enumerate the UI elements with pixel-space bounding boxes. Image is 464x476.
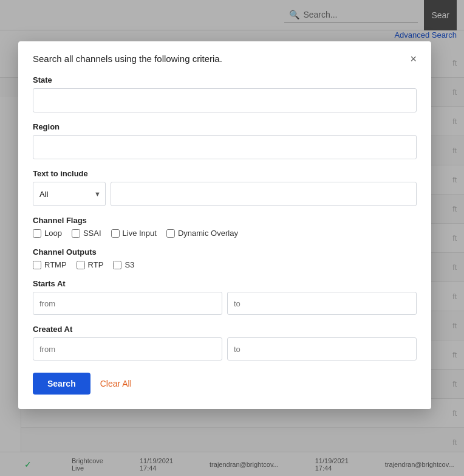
flag-loop-checkbox[interactable] xyxy=(33,229,41,238)
output-s3-checkbox[interactable] xyxy=(113,261,121,269)
text-include-row: All Name Description Tags ▼ xyxy=(33,182,417,206)
output-rtp-checkbox[interactable] xyxy=(77,261,85,269)
flag-loop-label: Loop xyxy=(44,229,62,238)
flag-live-input-checkbox[interactable] xyxy=(111,229,120,238)
output-s3-label: S3 xyxy=(125,260,134,269)
flag-dynamic-overlay-checkbox[interactable] xyxy=(166,229,175,238)
flag-ssai-checkbox[interactable] xyxy=(72,229,80,238)
output-rtp-item[interactable]: RTP xyxy=(77,260,104,269)
modal-header: Search all channels using the following … xyxy=(33,53,417,64)
channel-outputs-section: Channel Outputs RTMP RTP S3 xyxy=(33,247,417,269)
flag-ssai-label: SSAI xyxy=(83,229,101,238)
flag-loop-item[interactable]: Loop xyxy=(33,229,62,238)
advanced-search-modal: Search all channels using the following … xyxy=(18,41,431,409)
flag-dynamic-overlay-item[interactable]: Dynamic Overlay xyxy=(166,229,238,238)
starts-at-section: Starts At xyxy=(33,279,417,315)
text-include-section: Text to include All Name Description Tag… xyxy=(33,169,417,206)
output-rtmp-item[interactable]: RTMP xyxy=(33,260,67,269)
text-include-input[interactable] xyxy=(111,182,417,206)
starts-at-from-input[interactable] xyxy=(33,292,222,315)
starts-at-label: Starts At xyxy=(33,279,417,288)
modal-title: Search all channels using the following … xyxy=(33,53,222,64)
channel-flags-section: Channel Flags Loop SSAI Live Input Dynam… xyxy=(33,216,417,238)
flag-ssai-item[interactable]: SSAI xyxy=(72,229,101,238)
text-include-label: Text to include xyxy=(33,169,417,178)
text-select-wrapper: All Name Description Tags ▼ xyxy=(33,182,106,206)
action-row: Search Clear All xyxy=(33,373,417,395)
close-button[interactable]: × xyxy=(410,53,417,64)
created-at-to-input[interactable] xyxy=(227,337,417,360)
channel-outputs-label: Channel Outputs xyxy=(33,247,417,257)
flag-live-input-label: Live Input xyxy=(123,229,157,238)
flags-group: Loop SSAI Live Input Dynamic Overlay xyxy=(33,229,417,238)
search-button[interactable]: Search xyxy=(33,373,90,395)
starts-at-to-input[interactable] xyxy=(227,292,417,315)
flag-dynamic-overlay-label: Dynamic Overlay xyxy=(178,229,238,238)
created-at-section: Created At xyxy=(33,325,417,360)
created-at-from-input[interactable] xyxy=(33,337,222,360)
clear-all-button[interactable]: Clear All xyxy=(100,379,132,388)
output-rtmp-label: RTMP xyxy=(44,260,67,269)
region-input[interactable] xyxy=(33,135,417,159)
flag-live-input-item[interactable]: Live Input xyxy=(111,229,157,238)
starts-at-range xyxy=(33,292,417,315)
channel-flags-label: Channel Flags xyxy=(33,216,417,225)
state-section: State xyxy=(33,75,417,112)
text-select[interactable]: All Name Description Tags xyxy=(33,182,106,206)
outputs-group: RTMP RTP S3 xyxy=(33,260,417,269)
state-label: State xyxy=(33,75,417,85)
output-rtp-label: RTP xyxy=(88,260,104,269)
output-rtmp-checkbox[interactable] xyxy=(33,261,41,269)
created-at-label: Created At xyxy=(33,325,417,334)
created-at-range xyxy=(33,337,417,360)
output-s3-item[interactable]: S3 xyxy=(113,260,134,269)
region-label: Region xyxy=(33,122,417,131)
state-input[interactable] xyxy=(33,88,417,112)
region-section: Region xyxy=(33,122,417,159)
